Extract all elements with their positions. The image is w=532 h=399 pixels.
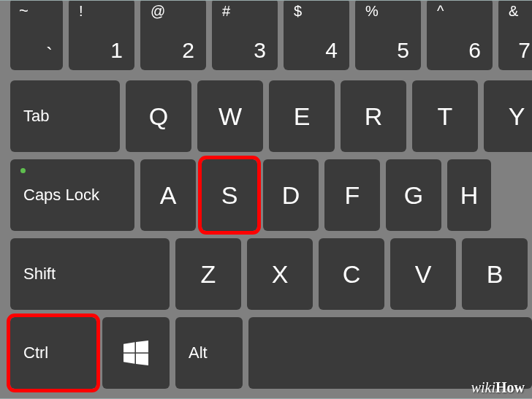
- watermark-wiki: wiki: [471, 379, 495, 395]
- key-digit: 7: [518, 38, 531, 63]
- key-symbol: ^: [437, 3, 444, 20]
- key-7[interactable]: & 7: [498, 0, 532, 70]
- svg-marker-2: [123, 354, 134, 364]
- key-w[interactable]: W: [197, 80, 263, 152]
- key-b[interactable]: B: [462, 238, 528, 310]
- key-1[interactable]: ! 1: [69, 0, 134, 70]
- capslock-indicator-icon: [20, 168, 26, 173]
- key-label: B: [487, 260, 503, 289]
- key-label: Y: [509, 102, 525, 131]
- key-label: T: [438, 102, 453, 131]
- key-s[interactable]: S: [202, 159, 257, 231]
- key-z[interactable]: Z: [175, 238, 241, 310]
- key-tab[interactable]: Tab: [10, 80, 120, 152]
- windows-icon: [123, 341, 148, 365]
- key-label: V: [415, 260, 432, 289]
- key-digit: 3: [254, 38, 266, 63]
- key-t[interactable]: T: [412, 80, 478, 152]
- key-label: A: [160, 181, 177, 210]
- key-e[interactable]: E: [269, 80, 335, 152]
- row-bottom: Ctrl Alt: [10, 317, 532, 389]
- key-ctrl[interactable]: Ctrl: [10, 317, 96, 389]
- key-digit: 5: [397, 38, 409, 63]
- svg-marker-0: [123, 342, 134, 352]
- key-symbol: %: [365, 3, 379, 20]
- key-label: R: [365, 102, 383, 131]
- row-asdf: Caps Lock A S D F G H: [10, 159, 532, 231]
- key-label: Shift: [23, 265, 56, 284]
- key-5[interactable]: % 5: [355, 0, 421, 70]
- key-digit: 1: [110, 38, 123, 63]
- key-label: Tab: [23, 107, 49, 126]
- key-windows[interactable]: [102, 317, 170, 389]
- key-label: Z: [201, 260, 216, 289]
- key-label: Ctrl: [23, 343, 48, 362]
- key-label: W: [218, 102, 242, 131]
- image-border-top: [0, 0, 532, 1]
- key-digit: 4: [325, 38, 338, 63]
- key-symbol: @: [151, 3, 165, 20]
- key-label: F: [345, 181, 360, 210]
- key-label: X: [272, 260, 289, 289]
- key-symbol: #: [222, 3, 230, 20]
- key-label: C: [343, 260, 361, 289]
- svg-marker-3: [136, 354, 148, 365]
- key-g[interactable]: G: [386, 159, 441, 231]
- key-q[interactable]: Q: [126, 80, 191, 152]
- key-label: G: [404, 181, 423, 210]
- key-label: D: [282, 181, 300, 210]
- svg-marker-1: [136, 341, 148, 352]
- key-label: H: [460, 181, 479, 210]
- key-symbol: !: [79, 3, 83, 20]
- key-r[interactable]: R: [341, 80, 406, 152]
- keyboard: ~ ` ! 1 @ 2 # 3 $ 4 % 5 ^ 6 & 7: [0, 0, 532, 398]
- key-digit: 2: [182, 38, 194, 63]
- watermark-how: How: [495, 379, 525, 395]
- key-label: Alt: [189, 343, 208, 362]
- key-a[interactable]: A: [140, 159, 196, 231]
- key-3[interactable]: # 3: [212, 0, 278, 70]
- key-d[interactable]: D: [263, 159, 319, 231]
- key-label: S: [221, 181, 238, 210]
- key-spacebar[interactable]: [248, 317, 532, 389]
- key-label: E: [294, 102, 311, 131]
- key-symbol: ~: [19, 1, 28, 20]
- key-2[interactable]: @ 2: [140, 0, 206, 70]
- row-numbers: ~ ` ! 1 @ 2 # 3 $ 4 % 5 ^ 6 & 7: [10, 0, 532, 70]
- key-label: Q: [149, 102, 168, 131]
- key-capslock[interactable]: Caps Lock: [10, 159, 134, 231]
- key-h[interactable]: H: [447, 159, 491, 231]
- key-y[interactable]: Y: [484, 80, 532, 152]
- key-digit: `: [46, 43, 53, 66]
- key-c[interactable]: C: [319, 238, 384, 310]
- key-x[interactable]: X: [247, 238, 313, 310]
- key-symbol: $: [294, 3, 302, 20]
- row-qwerty: Tab Q W E R T Y: [10, 80, 532, 152]
- key-v[interactable]: V: [390, 238, 456, 310]
- key-label: Caps Lock: [23, 186, 99, 205]
- key-backtick[interactable]: ~ `: [10, 0, 63, 70]
- key-shift[interactable]: Shift: [10, 238, 170, 310]
- key-6[interactable]: ^ 6: [427, 0, 493, 70]
- watermark: wikiHow: [471, 379, 525, 396]
- key-f[interactable]: F: [324, 159, 380, 231]
- row-zxcvb: Shift Z X C V B: [10, 238, 532, 310]
- key-4[interactable]: $ 4: [284, 0, 349, 70]
- key-digit: 6: [468, 38, 481, 63]
- key-alt[interactable]: Alt: [175, 317, 243, 389]
- key-symbol: &: [509, 3, 518, 20]
